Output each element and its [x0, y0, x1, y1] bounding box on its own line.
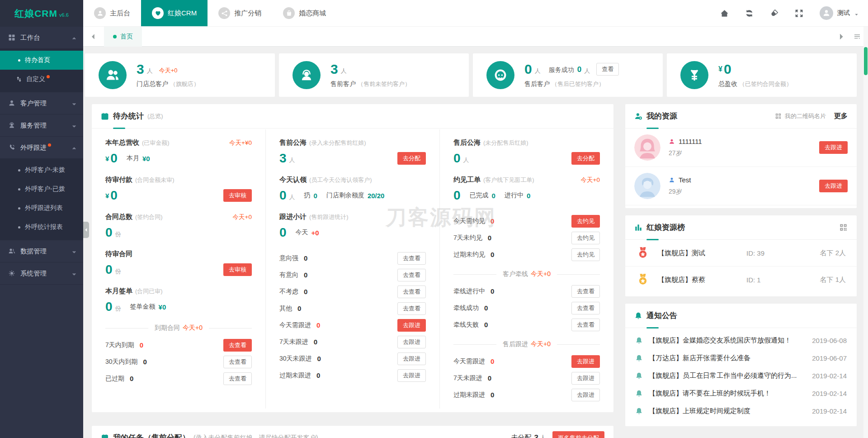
sidebar-subitem-label: 外呼客户-已拨 — [25, 185, 65, 193]
follow-up-button[interactable]: 去跟进 — [819, 180, 848, 192]
stat-action-button[interactable]: 去分配 — [571, 152, 600, 165]
stat-note: (未分配售后红娘) — [483, 139, 528, 147]
notice-item[interactable]: 【旗舰店】员工在日常工作当中必须遵守的行为...2019-02-14 — [625, 367, 857, 385]
scrollbar-thumb[interactable] — [864, 47, 868, 75]
stat-card-unit: 人 — [147, 67, 153, 75]
fullscreen-icon[interactable] — [795, 9, 803, 18]
rank-item[interactable]: 【旗舰店】测试ID: 39名下 2人 — [625, 240, 857, 267]
right-column: 我的资源 我的二维码名片 更多 111111127岁去跟进Test29岁去跟进 … — [625, 104, 857, 427]
crm-icon — [152, 7, 164, 19]
row-action-button[interactable]: 去查看 — [223, 356, 252, 368]
row-action-button[interactable]: 去跟进 — [571, 372, 600, 385]
row-action-button[interactable]: 去约见 — [571, 248, 600, 261]
tab-menu-icon[interactable] — [854, 33, 861, 40]
sidebar-subitem[interactable]: 外呼客户-已拨 — [0, 180, 83, 199]
row-action-button[interactable]: 去查看 — [571, 319, 600, 331]
customer-icon — [8, 100, 15, 107]
row-action-button[interactable]: 去查看 — [397, 302, 426, 315]
app-logo: 红娘CRM v6.6 — [0, 0, 83, 27]
row-action-button[interactable]: 去查看 — [397, 286, 426, 298]
follow-up-button[interactable]: 去跟进 — [819, 141, 848, 154]
notice-text: 【旗舰店】请不要在上班的时候玩手机！ — [649, 389, 807, 398]
stat-action-button[interactable]: 去分配 — [397, 152, 426, 165]
qr-card-link[interactable]: 我的二维码名片 — [785, 112, 826, 120]
row-action-button[interactable]: 去查看 — [223, 372, 252, 385]
sidebar-item[interactable]: 数据管理 — [0, 240, 83, 262]
tabs-scroll-left[interactable] — [83, 27, 104, 46]
topnav-label: 红娘CRM — [168, 9, 197, 18]
sidebar-item[interactable]: 系统管理 — [0, 262, 83, 285]
stat-title: 跟进小计 — [279, 213, 307, 221]
row-action-button[interactable]: 去查看 — [571, 285, 600, 298]
more-link[interactable]: 更多 — [834, 112, 848, 120]
sidebar-item[interactable]: 外呼跟进 — [0, 137, 83, 159]
gender-icon — [669, 138, 675, 145]
avatar — [820, 6, 833, 20]
home-icon[interactable] — [720, 9, 729, 18]
task-panel-note: (录入未分配售前红娘，请尽快分配开发客户) — [193, 434, 318, 438]
extra-label: 扔 — [304, 191, 311, 200]
stat-card-unit: 人 — [341, 67, 347, 75]
more-unassigned-button[interactable]: 更多售前未分配 — [552, 431, 604, 438]
sidebar-subitem[interactable]: 自定义 — [0, 70, 83, 89]
topnav-item[interactable]: 主后台 — [83, 0, 141, 26]
notice-item[interactable]: 【万达店】新店开张需要什么准备2019-06-07 — [625, 349, 857, 367]
qr-code-icon[interactable] — [775, 113, 782, 119]
user-menu[interactable]: 测试 — [820, 6, 859, 20]
stat-unit: 份 — [115, 305, 121, 313]
view-button[interactable]: 查看 — [596, 63, 619, 76]
todo-stat: 售后公海(未分配售后红娘)0人去分配 — [453, 138, 600, 166]
chevron-right-icon[interactable] — [837, 33, 844, 40]
qr-code-icon[interactable] — [839, 223, 848, 232]
row-action-button[interactable]: 去跟进 — [397, 369, 426, 382]
sidebar-subitem[interactable]: 外呼跟进列表 — [0, 199, 83, 218]
row-action-button[interactable]: 去约见 — [571, 232, 600, 244]
row-action-button[interactable]: 去跟进 — [571, 389, 600, 401]
sidebar-collapse-handle[interactable] — [83, 222, 89, 238]
row-action-button[interactable]: 去约见 — [571, 215, 600, 228]
resource-item[interactable]: Test29岁去跟进 — [625, 167, 857, 205]
stat-action-button[interactable]: 去审核 — [223, 189, 252, 202]
row-action-button[interactable]: 去跟进 — [571, 355, 600, 368]
row-value: 0 — [484, 304, 488, 312]
rank-item[interactable]: 【旗舰店】蔡蔡ID: 1名下 1人 — [625, 267, 857, 293]
notice-item[interactable]: 【旗舰店】金媒婚恋交友系统国庆节放假通知！2019-06-08 — [625, 332, 857, 349]
todo-row: 过期未跟进0去跟进 — [453, 386, 600, 403]
sidebar-item[interactable]: 工作台 — [0, 27, 83, 49]
notice-list: 【旗舰店】金媒婚恋交友系统国庆节放假通知！2019-06-08【万达店】新店开张… — [625, 328, 857, 426]
sidebar-subitem[interactable]: 外呼统计报表 — [0, 218, 83, 237]
topnav-item[interactable]: 红娘CRM — [141, 0, 208, 26]
refresh-icon[interactable] — [745, 9, 754, 18]
row-action-button[interactable]: 去查看 — [397, 252, 426, 265]
main-area: 主后台红娘CRM推广分销婚恋商城 测试 首页 3人今天+0门店总客户（旗舰店）3… — [83, 0, 868, 438]
bullet-icon — [18, 207, 20, 209]
bell-icon — [635, 407, 643, 415]
stat-card-value: 0 — [724, 62, 731, 76]
stat-card-label: 门店总客户 — [137, 80, 168, 88]
topnav-item[interactable]: 推广分销 — [208, 0, 272, 26]
sidebar-subitem[interactable]: 外呼客户-未拨 — [0, 161, 83, 180]
chevron-down-icon — [71, 35, 77, 40]
chevron-left-icon — [84, 228, 89, 232]
sidebar-item[interactable]: 客户管理 — [0, 92, 83, 114]
row-action-button[interactable]: 去跟进 — [397, 352, 426, 365]
row-label: 过期未约见 — [453, 251, 485, 259]
clear-cache-icon[interactable] — [770, 9, 778, 18]
scrollbar-track[interactable] — [863, 27, 868, 438]
row-action-button[interactable]: 去查看 — [223, 339, 252, 352]
tab-home[interactable]: 首页 — [104, 27, 142, 47]
resource-item[interactable]: 111111127岁去跟进 — [625, 129, 857, 167]
notice-text: 【旗舰店】金媒婚恋交友系统国庆节放假通知！ — [649, 336, 807, 345]
sidebar-item[interactable]: 服务管理 — [0, 114, 83, 137]
sidebar-subitem[interactable]: 待办首页 — [0, 51, 83, 70]
topnav-item[interactable]: 婚恋商城 — [272, 0, 337, 26]
row-action-button[interactable]: 去跟进 — [397, 319, 426, 332]
todo-divider: 到期合同今天+0 — [105, 324, 252, 332]
row-action-button[interactable]: 去查看 — [397, 269, 426, 281]
row-action-button[interactable]: 去跟进 — [397, 336, 426, 348]
row-action-button[interactable]: 去查看 — [571, 302, 600, 314]
notice-item[interactable]: 【旗舰店】上班规定时间规定制度2019-02-14 — [625, 402, 857, 420]
stat-action-button[interactable]: 去审核 — [223, 263, 252, 276]
row-label: 今天需跟进 — [279, 321, 311, 329]
notice-item[interactable]: 【旗舰店】请不要在上班的时候玩手机！2019-02-14 — [625, 385, 857, 402]
